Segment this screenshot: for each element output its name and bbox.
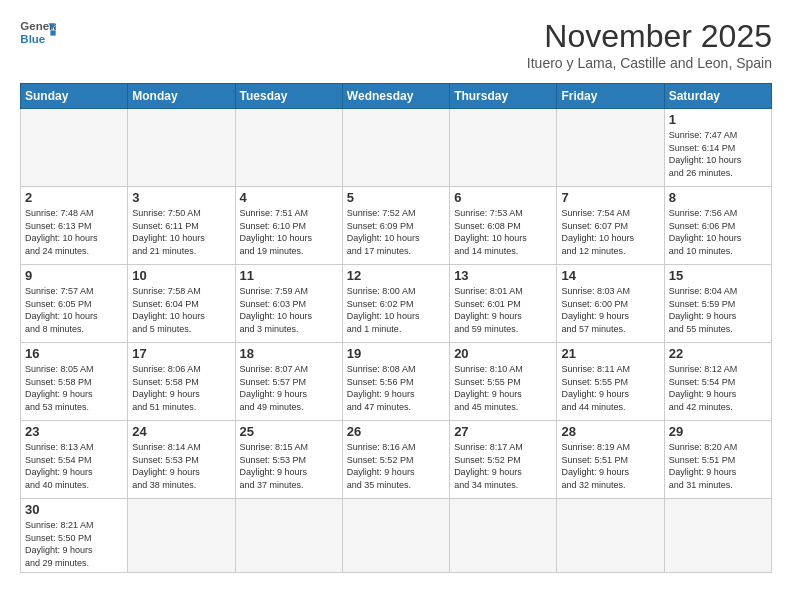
calendar-day: 2Sunrise: 7:48 AM Sunset: 6:13 PM Daylig… xyxy=(21,187,128,265)
calendar-day: 17Sunrise: 8:06 AM Sunset: 5:58 PM Dayli… xyxy=(128,343,235,421)
calendar-day xyxy=(342,109,449,187)
day-info: Sunrise: 8:04 AM Sunset: 5:59 PM Dayligh… xyxy=(669,285,767,335)
day-info: Sunrise: 7:47 AM Sunset: 6:14 PM Dayligh… xyxy=(669,129,767,179)
calendar-day: 19Sunrise: 8:08 AM Sunset: 5:56 PM Dayli… xyxy=(342,343,449,421)
weekday-wednesday: Wednesday xyxy=(342,84,449,109)
calendar-day xyxy=(450,499,557,573)
day-info: Sunrise: 7:54 AM Sunset: 6:07 PM Dayligh… xyxy=(561,207,659,257)
calendar-day: 14Sunrise: 8:03 AM Sunset: 6:00 PM Dayli… xyxy=(557,265,664,343)
calendar-day: 11Sunrise: 7:59 AM Sunset: 6:03 PM Dayli… xyxy=(235,265,342,343)
calendar-day xyxy=(557,499,664,573)
calendar-day xyxy=(235,109,342,187)
day-info: Sunrise: 7:52 AM Sunset: 6:09 PM Dayligh… xyxy=(347,207,445,257)
calendar-day: 6Sunrise: 7:53 AM Sunset: 6:08 PM Daylig… xyxy=(450,187,557,265)
day-info: Sunrise: 7:59 AM Sunset: 6:03 PM Dayligh… xyxy=(240,285,338,335)
calendar-day: 22Sunrise: 8:12 AM Sunset: 5:54 PM Dayli… xyxy=(664,343,771,421)
title-block: November 2025 Ituero y Lama, Castille an… xyxy=(527,18,772,71)
day-info: Sunrise: 8:07 AM Sunset: 5:57 PM Dayligh… xyxy=(240,363,338,413)
day-info: Sunrise: 8:01 AM Sunset: 6:01 PM Dayligh… xyxy=(454,285,552,335)
logo-icon: General Blue xyxy=(20,18,56,48)
calendar-day xyxy=(342,499,449,573)
day-number: 3 xyxy=(132,190,230,205)
day-info: Sunrise: 8:21 AM Sunset: 5:50 PM Dayligh… xyxy=(25,519,123,569)
day-number: 25 xyxy=(240,424,338,439)
calendar-day: 5Sunrise: 7:52 AM Sunset: 6:09 PM Daylig… xyxy=(342,187,449,265)
day-info: Sunrise: 7:51 AM Sunset: 6:10 PM Dayligh… xyxy=(240,207,338,257)
day-info: Sunrise: 8:17 AM Sunset: 5:52 PM Dayligh… xyxy=(454,441,552,491)
day-number: 27 xyxy=(454,424,552,439)
calendar-day: 13Sunrise: 8:01 AM Sunset: 6:01 PM Dayli… xyxy=(450,265,557,343)
day-number: 24 xyxy=(132,424,230,439)
day-info: Sunrise: 8:03 AM Sunset: 6:00 PM Dayligh… xyxy=(561,285,659,335)
calendar-day: 18Sunrise: 8:07 AM Sunset: 5:57 PM Dayli… xyxy=(235,343,342,421)
day-info: Sunrise: 7:50 AM Sunset: 6:11 PM Dayligh… xyxy=(132,207,230,257)
calendar-week-6: 30Sunrise: 8:21 AM Sunset: 5:50 PM Dayli… xyxy=(21,499,772,573)
weekday-header-row: SundayMondayTuesdayWednesdayThursdayFrid… xyxy=(21,84,772,109)
day-number: 30 xyxy=(25,502,123,517)
calendar-table: SundayMondayTuesdayWednesdayThursdayFrid… xyxy=(20,83,772,573)
day-info: Sunrise: 8:10 AM Sunset: 5:55 PM Dayligh… xyxy=(454,363,552,413)
calendar-day: 7Sunrise: 7:54 AM Sunset: 6:07 PM Daylig… xyxy=(557,187,664,265)
day-number: 29 xyxy=(669,424,767,439)
day-number: 11 xyxy=(240,268,338,283)
calendar-day: 25Sunrise: 8:15 AM Sunset: 5:53 PM Dayli… xyxy=(235,421,342,499)
day-number: 10 xyxy=(132,268,230,283)
calendar-day xyxy=(128,109,235,187)
day-number: 8 xyxy=(669,190,767,205)
day-number: 17 xyxy=(132,346,230,361)
day-info: Sunrise: 7:56 AM Sunset: 6:06 PM Dayligh… xyxy=(669,207,767,257)
weekday-monday: Monday xyxy=(128,84,235,109)
weekday-thursday: Thursday xyxy=(450,84,557,109)
day-number: 9 xyxy=(25,268,123,283)
day-info: Sunrise: 8:19 AM Sunset: 5:51 PM Dayligh… xyxy=(561,441,659,491)
calendar-day: 26Sunrise: 8:16 AM Sunset: 5:52 PM Dayli… xyxy=(342,421,449,499)
day-info: Sunrise: 8:05 AM Sunset: 5:58 PM Dayligh… xyxy=(25,363,123,413)
calendar-day: 27Sunrise: 8:17 AM Sunset: 5:52 PM Dayli… xyxy=(450,421,557,499)
calendar-day: 24Sunrise: 8:14 AM Sunset: 5:53 PM Dayli… xyxy=(128,421,235,499)
day-number: 21 xyxy=(561,346,659,361)
location-subtitle: Ituero y Lama, Castille and Leon, Spain xyxy=(527,55,772,71)
calendar-week-1: 1Sunrise: 7:47 AM Sunset: 6:14 PM Daylig… xyxy=(21,109,772,187)
day-number: 19 xyxy=(347,346,445,361)
calendar-day: 30Sunrise: 8:21 AM Sunset: 5:50 PM Dayli… xyxy=(21,499,128,573)
calendar-day xyxy=(21,109,128,187)
day-info: Sunrise: 8:16 AM Sunset: 5:52 PM Dayligh… xyxy=(347,441,445,491)
day-number: 5 xyxy=(347,190,445,205)
day-number: 28 xyxy=(561,424,659,439)
calendar-day: 28Sunrise: 8:19 AM Sunset: 5:51 PM Dayli… xyxy=(557,421,664,499)
day-info: Sunrise: 7:57 AM Sunset: 6:05 PM Dayligh… xyxy=(25,285,123,335)
day-info: Sunrise: 8:00 AM Sunset: 6:02 PM Dayligh… xyxy=(347,285,445,335)
day-number: 15 xyxy=(669,268,767,283)
day-number: 6 xyxy=(454,190,552,205)
day-number: 4 xyxy=(240,190,338,205)
month-title: November 2025 xyxy=(527,18,772,55)
calendar-day: 23Sunrise: 8:13 AM Sunset: 5:54 PM Dayli… xyxy=(21,421,128,499)
day-info: Sunrise: 8:20 AM Sunset: 5:51 PM Dayligh… xyxy=(669,441,767,491)
day-info: Sunrise: 8:08 AM Sunset: 5:56 PM Dayligh… xyxy=(347,363,445,413)
day-info: Sunrise: 7:58 AM Sunset: 6:04 PM Dayligh… xyxy=(132,285,230,335)
page-header: General Blue November 2025 Ituero y Lama… xyxy=(20,18,772,71)
logo: General Blue xyxy=(20,18,56,48)
weekday-saturday: Saturday xyxy=(664,84,771,109)
day-info: Sunrise: 8:06 AM Sunset: 5:58 PM Dayligh… xyxy=(132,363,230,413)
calendar-day xyxy=(557,109,664,187)
calendar-day: 16Sunrise: 8:05 AM Sunset: 5:58 PM Dayli… xyxy=(21,343,128,421)
calendar-day xyxy=(664,499,771,573)
day-number: 12 xyxy=(347,268,445,283)
calendar-week-2: 2Sunrise: 7:48 AM Sunset: 6:13 PM Daylig… xyxy=(21,187,772,265)
day-info: Sunrise: 8:14 AM Sunset: 5:53 PM Dayligh… xyxy=(132,441,230,491)
calendar-day: 15Sunrise: 8:04 AM Sunset: 5:59 PM Dayli… xyxy=(664,265,771,343)
day-number: 14 xyxy=(561,268,659,283)
day-number: 23 xyxy=(25,424,123,439)
day-info: Sunrise: 8:15 AM Sunset: 5:53 PM Dayligh… xyxy=(240,441,338,491)
calendar-week-3: 9Sunrise: 7:57 AM Sunset: 6:05 PM Daylig… xyxy=(21,265,772,343)
day-info: Sunrise: 8:13 AM Sunset: 5:54 PM Dayligh… xyxy=(25,441,123,491)
day-number: 13 xyxy=(454,268,552,283)
day-number: 18 xyxy=(240,346,338,361)
calendar-day: 8Sunrise: 7:56 AM Sunset: 6:06 PM Daylig… xyxy=(664,187,771,265)
calendar-day: 10Sunrise: 7:58 AM Sunset: 6:04 PM Dayli… xyxy=(128,265,235,343)
day-number: 16 xyxy=(25,346,123,361)
day-info: Sunrise: 7:53 AM Sunset: 6:08 PM Dayligh… xyxy=(454,207,552,257)
calendar-day: 21Sunrise: 8:11 AM Sunset: 5:55 PM Dayli… xyxy=(557,343,664,421)
day-number: 7 xyxy=(561,190,659,205)
